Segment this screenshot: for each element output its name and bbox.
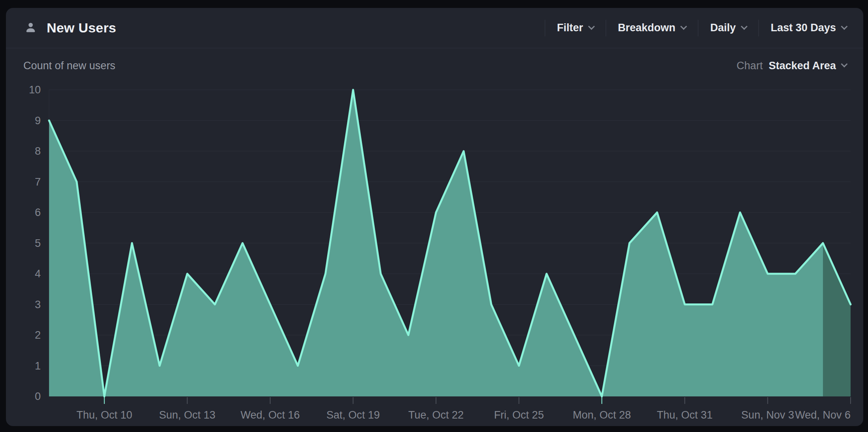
- x-axis-label: Fri, Oct 25: [494, 409, 544, 421]
- y-axis-label: 7: [35, 176, 41, 188]
- y-axis-label: 3: [35, 299, 41, 311]
- y-axis-label: 8: [35, 145, 41, 157]
- chevron-down-icon: [741, 23, 747, 30]
- x-axis-label: Sun, Nov 3: [741, 409, 794, 421]
- card-header: New Users Filter Breakdown Daily: [6, 8, 863, 48]
- y-axis-label: 4: [35, 268, 41, 280]
- chevron-down-icon: [588, 23, 595, 30]
- filter-button[interactable]: Filter: [545, 22, 606, 34]
- date-range-label: Last 30 Days: [771, 22, 836, 34]
- page: New Users Filter Breakdown Daily: [0, 0, 868, 432]
- breakdown-label: Breakdown: [618, 22, 676, 34]
- x-axis-label: Sun, Oct 13: [159, 409, 216, 421]
- chart-type-value: Stacked Area: [769, 60, 836, 72]
- y-axis-label: 6: [35, 207, 41, 218]
- x-axis-label: Sat, Oct 19: [326, 409, 380, 421]
- y-axis-label: 2: [35, 329, 41, 341]
- chevron-down-icon: [841, 23, 848, 30]
- area-fill-incomplete: [823, 243, 851, 397]
- date-range-button[interactable]: Last 30 Days: [759, 22, 847, 34]
- x-axis-label: Tue, Oct 22: [408, 409, 464, 421]
- header-controls: Filter Breakdown Daily Last 30 Days: [545, 20, 847, 36]
- chart-canvas[interactable]: 012345678910Thu, Oct 10Sun, Oct 13Wed, O…: [6, 48, 863, 426]
- chart-type-label: Chart: [737, 60, 763, 72]
- page-title: New Users: [47, 20, 116, 36]
- user-icon: [23, 21, 38, 35]
- granularity-button[interactable]: Daily: [698, 22, 758, 34]
- x-axis-label: Thu, Oct 10: [76, 409, 132, 421]
- y-axis-label: 5: [35, 237, 41, 249]
- y-axis-label: 1: [35, 360, 41, 372]
- x-axis-label: Mon, Oct 28: [573, 409, 631, 421]
- chart-toolbar: Count of new users Chart Stacked Area: [23, 57, 847, 75]
- x-axis-label: Wed, Oct 16: [241, 409, 300, 421]
- filter-label: Filter: [557, 22, 583, 34]
- chevron-down-icon: [680, 23, 687, 30]
- x-axis-label: Thu, Oct 31: [657, 409, 713, 421]
- metric-label: Count of new users: [23, 60, 116, 72]
- chevron-down-icon: [841, 61, 848, 68]
- granularity-label: Daily: [710, 22, 736, 34]
- breakdown-button[interactable]: Breakdown: [606, 22, 698, 34]
- x-axis-label: Wed, Nov 6: [795, 409, 851, 421]
- y-axis-label: 9: [35, 115, 41, 127]
- y-axis-label: 0: [35, 390, 41, 402]
- y-axis-label: 10: [29, 84, 41, 96]
- new-users-card: New Users Filter Breakdown Daily: [6, 8, 863, 426]
- chart-type-selector[interactable]: Chart Stacked Area: [737, 60, 847, 72]
